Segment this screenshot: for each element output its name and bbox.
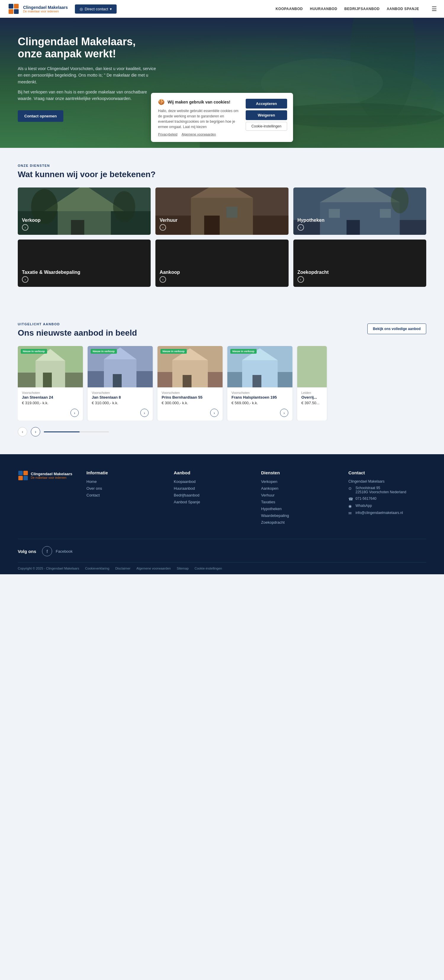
service-label-aankoop: Aankoop [160,270,284,275]
listing-arrow-icon-2[interactable]: › [210,409,219,417]
nav-koopaanbod[interactable]: KOOPAANBOD [276,7,303,11]
full-offer-button[interactable]: Bekijk ons volledige aanbod [367,323,426,334]
listing-arrow-3: › [227,409,292,420]
listing-city-4: Leiden [301,391,323,395]
listings-scroll: Nieuw in verkoop Voorschoten Jan Steenla… [18,346,426,420]
listing-arrow-2: › [158,409,223,420]
cookie-terms-link[interactable]: Algemene voorwaarden [182,132,216,136]
direct-contact-button[interactable]: ◎ Direct contact ▾ [75,5,117,14]
listing-city-1: Voorschoten [92,391,149,395]
hamburger-icon[interactable]: ☰ [431,5,437,13]
listing-card-1[interactable]: Nieuw in verkoop Voorschoten Jan Steenla… [88,346,153,420]
service-card-aankoop[interactable]: Aankoop › [155,240,288,287]
hero-text-1: Als u kiest voor Clingendael Voorschoten… [18,65,160,85]
service-card-zoekopdracht[interactable]: Zoekopdracht › [293,240,426,287]
footer-informatie-title: Informatie [86,470,164,475]
cookie-accept-button[interactable]: Accepteren [246,99,287,108]
hero-cta-button[interactable]: Contact opnemen [18,110,63,122]
cookie-reject-button[interactable]: Weigeren [246,110,287,120]
service-card-verhuur[interactable]: Verhuur › [155,188,288,235]
listing-badge-0: Nieuw in verkoop [21,349,47,354]
svg-rect-54 [23,476,28,480]
footer-dienst-taxaties[interactable]: Taxaties [261,500,339,504]
footer-dienst-verhuur[interactable]: Verhuur [261,493,339,497]
chevron-down-icon: ▾ [110,7,112,11]
logo-subtitle: De makelaar voor iedereen [23,10,68,13]
footer-algemene-voorwaarden[interactable]: Algemene voorwaarden [136,566,171,570]
listing-image-2: Nieuw in verkoop [158,346,223,387]
whatsapp-icon: ◉ [348,504,353,508]
footer-link-home[interactable]: Home [86,479,164,484]
service-card-overlay-taxatie: Taxatie & Waardebepaling › [18,240,151,287]
listing-info-3: Voorschoten Frans Halsplantsoen 195 € 56… [227,387,292,409]
footer-dienst-aankopen[interactable]: Aankopen [261,486,339,491]
service-card-overlay-zoekopdracht: Zoekopdracht › [293,240,426,287]
footer-contact-phone[interactable]: ☎ 071-5617640 [348,496,426,501]
footer-aanbod-title: Aanbod [174,470,252,475]
listings-header-text: UITGELICHT AANBOD Ons nieuwste aanbod in… [18,322,137,338]
listing-arrow-icon-0[interactable]: › [70,409,79,417]
footer-link-contact[interactable]: Contact [86,493,164,497]
listing-badge-2: Nieuw in verkoop [160,349,187,354]
listing-price-3: € 569.000,- k.k. [232,401,288,405]
footer-link-over-ons[interactable]: Over ons [86,486,164,491]
service-card-verkoop[interactable]: Verkoop › [18,188,151,235]
footer-link-bedrijfsaanbod[interactable]: Bedrijfsaanbod [174,493,252,497]
service-arrow-icon-verkoop: › [22,224,29,231]
service-card-hypotheken[interactable]: Hypotheken › [293,188,426,235]
nav-bedrijfsaanbod[interactable]: BEDRIJFSAANBOD [344,7,380,11]
footer-disclaimer[interactable]: Disclaimer [115,566,130,570]
listing-info-1: Voorschoten Jan Steenlaan 8 € 310.000,- … [88,387,153,409]
services-section-label: ONZE DIENSTEN [18,164,426,167]
footer-contact-address: ⊙ Schoolstraat 95 22518G Voorschoten Ned… [348,486,426,494]
listing-arrow-icon-1[interactable]: › [140,409,149,417]
footer-link-aanbod-spanje[interactable]: Aanbod Spanje [174,500,252,504]
listings-section-label: UITGELICHT AANBOD [18,322,137,326]
footer-dienst-hypotheken[interactable]: Hypotheken [261,507,339,511]
listing-arrow-icon-3[interactable]: › [280,409,288,417]
listing-card-2[interactable]: Nieuw in verkoop Voorschoten Prins Bernh… [158,346,223,420]
service-card-taxatie[interactable]: Taxatie & Waardebepaling › [18,240,151,287]
footer-dienst-zoekopdracht[interactable]: Zoekopdracht [261,520,339,525]
listing-street-4: Overrij... [301,395,323,399]
cookie-links: Privacybeleid Algemene voorwaarden [158,132,286,136]
cookie-buttons: Accepteren Weigeren Cookie-instellingen [246,99,287,131]
listing-card-4[interactable]: Leiden Overrij... € 397.50... [297,346,327,420]
footer-link-koopaanbod[interactable]: Koopaanbod [174,479,252,484]
listing-city-3: Voorschoten [232,391,288,395]
footer-link-huuraanbod[interactable]: Huuraanbod [174,486,252,491]
listing-image-1: Nieuw in verkoop [88,346,153,387]
footer-dienst-waardebepaling[interactable]: Waardebepaling [261,513,339,518]
nav-huuraanbod[interactable]: HUURAANBOD [310,7,337,11]
footer-social-title: Volg ons [18,549,36,554]
listing-image-3: Nieuw in verkoop [227,346,292,387]
footer-contact-whatsapp[interactable]: ◉ WhatsApp [348,504,426,508]
listing-price-0: € 319.000,- k.k. [22,401,79,405]
hero-title: Clingendael Makelaars, onze aanpak werkt… [18,35,160,60]
footer-cookie-instellingen[interactable]: Cookie-instellingen [195,566,222,570]
logo-text: Clingendael Makelaars De makelaar voor i… [23,5,68,13]
footer-contact-email[interactable]: ✉ info@clingendaelmakelaars.nl [348,511,426,515]
listings-next-button[interactable]: › [31,427,40,436]
footer-contact-col: Contact Clingendael Makelaars ⊙ Schoolst… [348,470,426,527]
services-section-title: Wat kunnen wij voor je betekenen? [18,170,426,179]
location-icon: ⊙ [348,486,353,491]
facebook-label[interactable]: Facebook [56,549,72,554]
service-card-overlay-verkoop: Verkoop › [18,188,151,235]
listing-badge-1: Nieuw in verkoop [91,349,117,354]
service-label-taxatie: Taxatie & Waardebepaling [22,270,147,275]
footer-cookieverklaring[interactable]: Cookieverklaring [85,566,109,570]
footer-sitemap[interactable]: Sitemap [177,566,188,570]
cookie-settings-button[interactable]: Cookie-instellingen [246,122,287,131]
footer-dienst-verkopen[interactable]: Verkopen [261,479,339,484]
nav-aanbod-spanje[interactable]: AANBOD SPANJE [387,7,419,11]
listings-prev-button[interactable]: ‹ [18,427,27,436]
listing-card-0[interactable]: Nieuw in verkoop Voorschoten Jan Steenla… [18,346,83,420]
listing-card-3[interactable]: Nieuw in verkoop Voorschoten Frans Halsp… [227,346,292,420]
svg-rect-39 [113,374,121,387]
listing-info-0: Voorschoten Jan Steenlaan 24 € 319.000,-… [18,387,83,409]
cookie-privacy-link[interactable]: Privacybeleid [158,132,177,136]
facebook-icon[interactable]: f [42,546,52,556]
svg-rect-44 [183,375,192,387]
cookie-title: Wij maken gebruik van cookies! [168,100,230,104]
